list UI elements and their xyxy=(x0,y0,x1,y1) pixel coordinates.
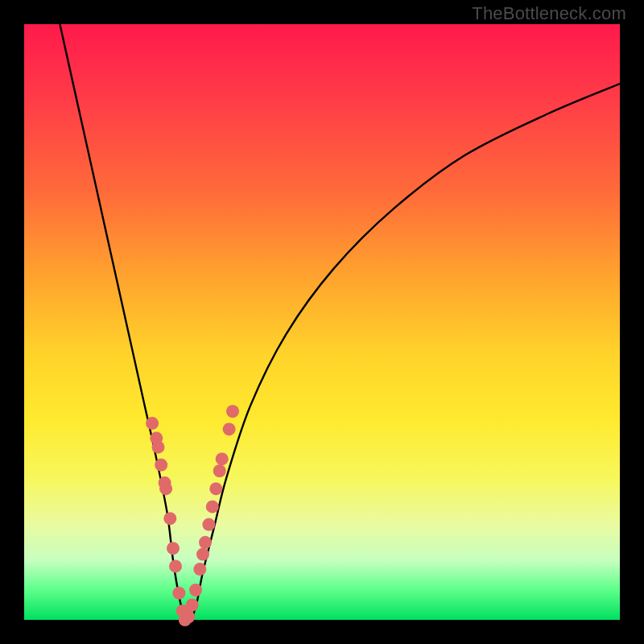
curve-marker xyxy=(209,482,222,495)
curve-marker xyxy=(146,417,159,430)
curve-marker xyxy=(155,459,167,472)
curve-marker xyxy=(182,610,195,623)
curve-marker xyxy=(213,464,226,477)
curve-marker xyxy=(196,548,209,561)
curve-marker xyxy=(226,405,239,418)
chart-frame: TheBottleneck.com xyxy=(0,0,644,644)
curve-marker xyxy=(223,423,236,436)
curve-marker xyxy=(152,440,165,453)
curve-marker xyxy=(186,599,199,612)
curve-marker xyxy=(206,500,219,513)
curve-marker xyxy=(169,559,182,572)
curve-marker xyxy=(167,542,180,555)
curve-marker xyxy=(163,512,176,525)
plot-area xyxy=(24,24,620,620)
curve-marker xyxy=(189,584,202,597)
curve-marker xyxy=(202,518,215,531)
chart-svg xyxy=(24,24,620,620)
bottleneck-curve xyxy=(60,24,620,622)
curve-marker xyxy=(172,587,185,600)
curve-marker xyxy=(159,482,172,495)
curve-marker xyxy=(199,536,212,549)
curve-marker xyxy=(216,452,229,465)
curve-marker xyxy=(193,563,206,576)
curve-markers xyxy=(146,405,239,626)
watermark-text: TheBottleneck.com xyxy=(472,3,626,24)
